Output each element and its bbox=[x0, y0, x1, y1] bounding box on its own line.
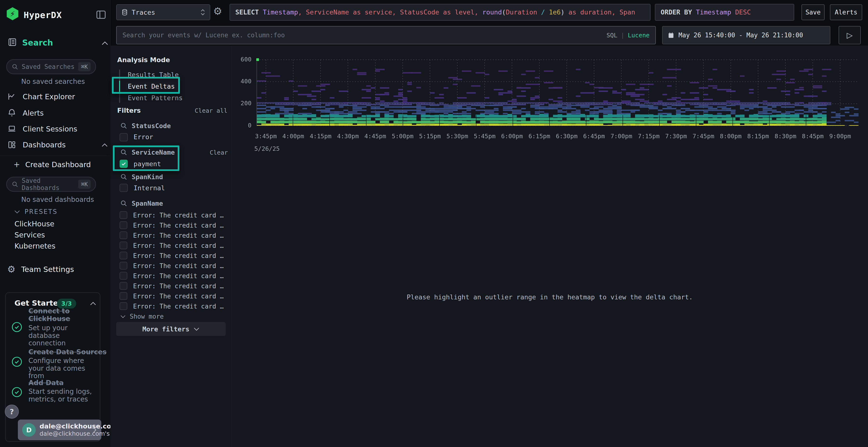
time-range-picker[interactable]: May 26 15:40:00 - May 26 21:10:00 bbox=[662, 26, 830, 44]
filter-option-spanname[interactable]: Error: The credit card … bbox=[133, 222, 224, 229]
language-toggle-sql[interactable]: SQL bbox=[607, 32, 617, 39]
step-title[interactable]: Connect to ClickHouse bbox=[28, 307, 92, 323]
bell-icon bbox=[7, 108, 17, 117]
step-title[interactable]: Create Data Sources bbox=[28, 348, 108, 356]
step-desc: Start sending logs, metrics, or traces bbox=[28, 388, 96, 403]
filter-option-spanname[interactable]: Error: The credit card … bbox=[133, 232, 224, 239]
filters-label: Filters bbox=[117, 107, 141, 114]
mode-event-patterns[interactable]: Event Patterns bbox=[126, 94, 185, 102]
collapse-sidebar-icon[interactable] bbox=[95, 9, 106, 20]
checkbox-error[interactable] bbox=[120, 133, 128, 141]
preset-kubernetes[interactable]: Kubernetes bbox=[14, 242, 56, 250]
order-by-editor[interactable]: ORDER BY Timestamp DESC bbox=[655, 4, 794, 21]
run-query-button[interactable]: ▷ bbox=[839, 26, 861, 44]
source-settings-gear-icon[interactable]: ⚙ bbox=[213, 5, 222, 17]
filter-option-spanname[interactable]: Error: The credit card … bbox=[133, 282, 224, 290]
user-menu[interactable]: D dale@clickhouse.com dale@clickhouse.co… bbox=[18, 419, 101, 440]
no-saved-dashboards-text: No saved dashboards bbox=[21, 196, 94, 204]
preset-clickhouse[interactable]: ClickHouse bbox=[14, 220, 55, 228]
checkbox-spanname[interactable] bbox=[120, 292, 127, 300]
more-filters-button[interactable]: More filters bbox=[116, 322, 226, 336]
search-section-icon bbox=[7, 37, 18, 47]
search-icon bbox=[11, 63, 18, 70]
clear-servicename-link[interactable]: Clear bbox=[210, 149, 228, 156]
mode-event-deltas[interactable]: Event Deltas bbox=[126, 82, 177, 91]
calendar-icon bbox=[668, 31, 675, 39]
step-check-icon bbox=[11, 356, 23, 368]
search-icon[interactable] bbox=[120, 122, 127, 129]
clear-all-link[interactable]: Clear all bbox=[195, 107, 227, 114]
filter-option-spanname[interactable]: Error: The credit card … bbox=[133, 293, 224, 300]
filters-panel: Analysis Mode Results Table Event Deltas… bbox=[111, 46, 231, 447]
chevron-up-icon[interactable] bbox=[90, 301, 96, 306]
check-icon bbox=[121, 161, 127, 167]
chart-line-icon bbox=[7, 92, 17, 101]
shortcut-badge: ⌘K bbox=[78, 62, 91, 71]
filter-option-spanname[interactable]: Error: The credit card … bbox=[133, 252, 224, 260]
sidebar-section-search[interactable]: Search bbox=[22, 38, 53, 47]
sidebar-item-team-settings[interactable]: ⚙ Team Settings bbox=[7, 264, 74, 275]
search-icon[interactable] bbox=[120, 173, 127, 180]
sidebar-item-chart-explorer[interactable]: Chart Explorer bbox=[7, 92, 75, 101]
checkbox-spanname[interactable] bbox=[120, 211, 127, 219]
checkbox-spanname[interactable] bbox=[120, 252, 127, 260]
show-more-link[interactable]: Show more bbox=[120, 313, 164, 320]
sidebar: ⚡ HyperDX Search Saved Searches ⌘K No sa… bbox=[0, 0, 111, 447]
hyperdx-logo-icon: ⚡ bbox=[7, 7, 18, 20]
search-input[interactable]: Search your events w/ Lucene ex. column:… bbox=[116, 26, 656, 44]
filter-option-spanname[interactable]: Error: The credit card … bbox=[133, 242, 224, 249]
checkbox-spanname[interactable] bbox=[120, 221, 127, 229]
checkbox-payment[interactable] bbox=[120, 160, 128, 168]
saved-dashboards-input[interactable]: Saved Dashboards ⌘K bbox=[6, 177, 96, 192]
filter-option-spanname[interactable]: Error: The credit card … bbox=[133, 212, 224, 219]
filter-option-spanname[interactable]: Error: The credit card … bbox=[133, 303, 224, 310]
step-check-icon bbox=[11, 386, 23, 398]
filter-option-spanname[interactable]: Error: The credit card … bbox=[133, 272, 224, 280]
chevron-up-icon[interactable] bbox=[101, 143, 108, 147]
source-select[interactable]: Traces bbox=[116, 4, 210, 20]
checkbox-spanname[interactable] bbox=[120, 242, 127, 249]
step-check-icon bbox=[11, 321, 23, 333]
select-updown-icon bbox=[200, 9, 206, 16]
sidebar-item-dashboards[interactable]: Dashboards bbox=[7, 140, 66, 149]
checkbox-spanname[interactable] bbox=[120, 282, 127, 290]
presets-toggle[interactable]: PRESETS bbox=[14, 208, 58, 215]
sidebar-item-client-sessions[interactable]: Client Sessions bbox=[7, 124, 77, 133]
language-toggle-lucene[interactable]: Lucene bbox=[628, 32, 650, 39]
step-title[interactable]: Add Data bbox=[28, 379, 101, 387]
filter-option-error[interactable]: Error bbox=[133, 133, 153, 141]
delta-chart-empty-message: Please highlight an outlier range in the… bbox=[231, 294, 868, 301]
checkbox-spanname[interactable] bbox=[120, 272, 127, 280]
database-icon bbox=[121, 9, 128, 16]
search-icon[interactable] bbox=[120, 148, 127, 156]
laptop-icon bbox=[7, 124, 17, 133]
checkbox-spanname[interactable] bbox=[120, 262, 127, 270]
help-button[interactable]: ? bbox=[5, 405, 19, 419]
alerts-button[interactable]: Alerts bbox=[830, 4, 862, 20]
dashboard-grid-icon bbox=[7, 140, 17, 149]
checkbox-spanname[interactable] bbox=[120, 302, 127, 310]
sql-select-editor[interactable]: SELECT Timestamp, ServiceName as service… bbox=[229, 4, 651, 21]
filter-option-spanname[interactable]: Error: The credit card … bbox=[133, 262, 224, 270]
checkbox-internal[interactable] bbox=[120, 184, 128, 192]
save-button[interactable]: Save bbox=[802, 4, 825, 20]
filter-group-statuscode: StatusCode bbox=[132, 122, 171, 130]
saved-searches-input[interactable]: Saved Searches ⌘K bbox=[6, 59, 96, 74]
avatar: D bbox=[22, 423, 36, 437]
play-icon: ▷ bbox=[847, 31, 853, 40]
search-icon[interactable] bbox=[120, 200, 127, 207]
chevron-down-icon bbox=[120, 314, 126, 318]
filter-option-internal[interactable]: Internal bbox=[133, 184, 165, 192]
filter-option-payment[interactable]: payment bbox=[133, 160, 161, 168]
duration-heatmap-chart[interactable] bbox=[231, 46, 868, 161]
hyperdx-app: { "app": {"brand": "HyperDX"}, "topbar":… bbox=[0, 0, 868, 447]
sidebar-item-alerts[interactable]: Alerts bbox=[7, 108, 44, 117]
chevron-up-icon[interactable] bbox=[101, 40, 108, 46]
step-desc: Configure where your data comes from bbox=[28, 357, 101, 380]
plus-icon: + bbox=[13, 160, 20, 169]
chevron-down-icon bbox=[14, 209, 20, 214]
preset-services[interactable]: Services bbox=[14, 231, 45, 239]
create-dashboard-button[interactable]: + Create Dashboard bbox=[13, 160, 91, 169]
checkbox-spanname[interactable] bbox=[120, 232, 127, 239]
mode-results-table[interactable]: Results Table bbox=[126, 71, 181, 79]
